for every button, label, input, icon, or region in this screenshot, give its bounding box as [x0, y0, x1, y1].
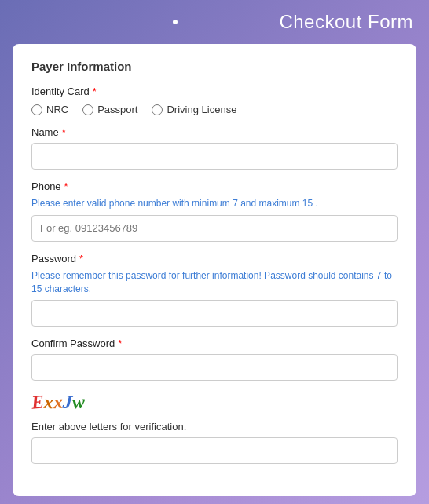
- confirm-password-required: *: [118, 338, 122, 349]
- name-required: *: [62, 126, 66, 138]
- phone-input[interactable]: [31, 215, 398, 242]
- page-header: Checkout Form: [0, 0, 429, 41]
- captcha-input[interactable]: [31, 437, 398, 464]
- confirm-password-input[interactable]: [31, 354, 398, 381]
- identity-card-radio-group: NRC Passport Driving License: [31, 104, 398, 115]
- password-label: Password *: [31, 253, 398, 265]
- captcha-image: E x x J w: [31, 392, 398, 413]
- identity-card-field: Identity Card * NRC Passport Driving Lic…: [31, 86, 398, 115]
- confirm-password-field: Confirm Password *: [31, 338, 398, 381]
- radio-nrc-input[interactable]: [31, 104, 42, 115]
- section-title: Payer Information: [31, 60, 398, 73]
- radio-passport-input[interactable]: [82, 104, 94, 115]
- page-title: Checkout Form: [279, 11, 413, 33]
- password-hint: Please remember this password for furthe…: [31, 269, 398, 296]
- radio-driving-license[interactable]: Driving License: [152, 104, 236, 115]
- identity-card-label: Identity Card *: [31, 86, 398, 97]
- radio-driving-license-label: Driving License: [167, 104, 236, 115]
- radio-driving-license-input[interactable]: [152, 104, 163, 115]
- radio-passport-label: Passport: [97, 104, 138, 115]
- password-field: Password * Please remember this password…: [31, 253, 398, 327]
- password-input[interactable]: [31, 300, 398, 327]
- name-input[interactable]: [31, 143, 398, 170]
- name-label: Name *: [31, 126, 398, 138]
- radio-passport[interactable]: Passport: [82, 104, 138, 115]
- phone-hint: Please enter valid phone number with min…: [31, 197, 398, 210]
- captcha-field: E x x J w Enter above letters for verifi…: [31, 392, 398, 464]
- captcha-letter-w: w: [72, 392, 86, 414]
- password-required: *: [79, 253, 83, 265]
- identity-card-required: *: [93, 86, 97, 97]
- confirm-password-label: Confirm Password *: [31, 338, 398, 349]
- checkout-form-card: Payer Information Identity Card * NRC Pa…: [13, 44, 416, 496]
- phone-label: Phone *: [31, 181, 398, 192]
- phone-field: Phone * Please enter valid phone number …: [31, 181, 398, 242]
- header-dot: [173, 20, 178, 24]
- captcha-instruction: Enter above letters for verification.: [31, 421, 398, 433]
- radio-nrc[interactable]: NRC: [31, 104, 68, 115]
- name-field: Name *: [31, 126, 398, 170]
- phone-required: *: [64, 181, 68, 192]
- radio-nrc-label: NRC: [46, 104, 68, 115]
